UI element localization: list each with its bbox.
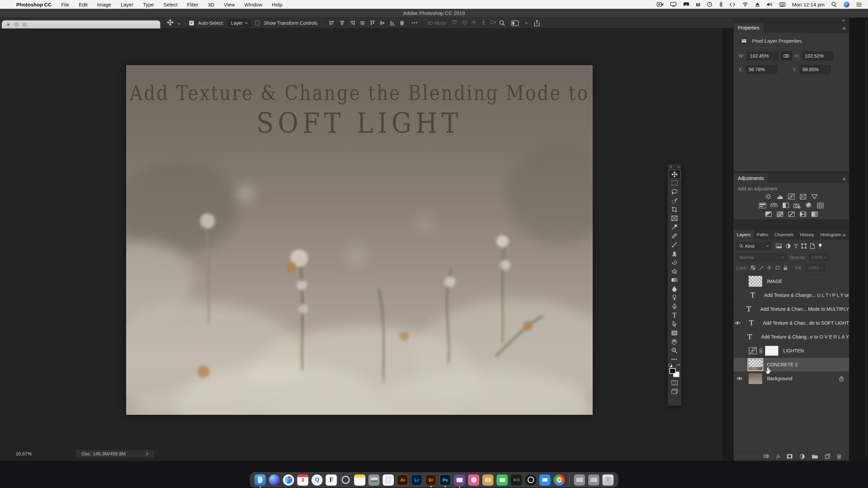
curves-adjustment-icon[interactable] bbox=[749, 347, 757, 354]
filter-pixel-layers-icon[interactable] bbox=[776, 244, 782, 248]
tool-spot-healing[interactable] bbox=[669, 231, 680, 240]
tool-crop[interactable] bbox=[669, 205, 680, 214]
tool-move[interactable] bbox=[669, 170, 680, 179]
siri-icon[interactable] bbox=[844, 2, 849, 7]
tools-expand-icon[interactable]: » bbox=[677, 165, 679, 169]
layer-thumbnail[interactable] bbox=[749, 373, 762, 384]
layer-style-fx-icon[interactable]: fx bbox=[776, 454, 780, 459]
menu-select[interactable]: Select bbox=[163, 2, 178, 7]
menu-app-name[interactable]: Photoshop CC bbox=[16, 2, 52, 7]
tool-eraser[interactable] bbox=[669, 267, 680, 276]
workspace-switcher-icon[interactable] bbox=[511, 20, 519, 26]
display-icon[interactable] bbox=[670, 2, 676, 7]
time-machine-icon[interactable] bbox=[707, 2, 712, 7]
tool-eyedropper[interactable] bbox=[669, 223, 680, 231]
dock-finder[interactable] bbox=[255, 474, 266, 486]
tool-quick-mask[interactable] bbox=[669, 378, 680, 387]
align-v-centers-icon[interactable] bbox=[380, 20, 385, 26]
foreground-background-swatches[interactable] bbox=[669, 368, 680, 378]
tool-rectangle[interactable] bbox=[669, 328, 680, 337]
height-field[interactable]: 102.52% bbox=[802, 52, 833, 60]
layer-name[interactable]: Add Texture & Chang...e to O V E R L A Y bbox=[761, 334, 849, 340]
lock-position-icon[interactable] bbox=[767, 265, 772, 270]
align-h-centers-icon[interactable] bbox=[339, 20, 345, 25]
tab-adjustments[interactable]: Adjustments bbox=[734, 174, 768, 183]
layer-row-image[interactable]: IMAGE bbox=[734, 274, 849, 288]
input-source-icon[interactable] bbox=[780, 2, 785, 7]
menu-help[interactable]: Help bbox=[272, 2, 282, 7]
default-colors-icon[interactable] bbox=[669, 364, 673, 367]
dock-illustrator[interactable]: Ai bbox=[397, 474, 408, 486]
lock-all-icon[interactable] bbox=[783, 265, 788, 270]
distribute-v-icon[interactable] bbox=[399, 20, 405, 26]
layer-row-text-overlay[interactable]: T Add Texture & Chang...e to O V E R L A… bbox=[734, 330, 849, 344]
exposure-icon[interactable] bbox=[799, 193, 807, 200]
layer-name[interactable]: Add Texture & Chan... Mode to MULTIPLY bbox=[761, 306, 849, 312]
dock-bridge[interactable]: Br bbox=[426, 474, 437, 486]
filter-smart-objects-icon[interactable] bbox=[810, 243, 815, 249]
malwarebytes-icon[interactable]: M bbox=[696, 2, 701, 7]
channel-mixer-icon[interactable] bbox=[805, 202, 813, 209]
spotlight-icon[interactable] bbox=[831, 2, 837, 7]
3d-roll-icon[interactable] bbox=[462, 20, 467, 26]
dock-camera-app[interactable] bbox=[525, 474, 536, 486]
tab-layers[interactable]: Layers bbox=[734, 230, 754, 240]
layer-thumbnail[interactable] bbox=[749, 276, 762, 287]
document-area[interactable]: Add Texture & Change the Blending Mode t… bbox=[0, 28, 723, 461]
photoshop-title-bar[interactable]: Adobe Photoshop CC 2019 bbox=[0, 9, 868, 18]
dock-photos[interactable] bbox=[369, 474, 380, 486]
menu-file[interactable]: File bbox=[61, 2, 69, 7]
dock-trash[interactable] bbox=[603, 474, 614, 486]
visibility-toggle[interactable] bbox=[734, 358, 745, 372]
dock-font-book[interactable]: F bbox=[326, 474, 337, 486]
visibility-toggle[interactable] bbox=[734, 274, 745, 288]
tab-histogram[interactable]: Histogram bbox=[817, 230, 844, 240]
dock-lightroom[interactable]: Lr bbox=[411, 474, 422, 486]
filter-adjustment-layers-icon[interactable] bbox=[785, 243, 791, 249]
tool-brush[interactable] bbox=[669, 240, 680, 249]
layer-row-text-multiply[interactable]: T Add Texture & Chan... Mode to MULTIPLY bbox=[734, 302, 849, 316]
photo-filter-icon[interactable] bbox=[793, 202, 801, 209]
tool-frame[interactable] bbox=[669, 214, 680, 223]
menu-clock[interactable]: Mon 12:14 pm bbox=[792, 2, 825, 7]
dock-calendar[interactable]: 3 bbox=[297, 474, 309, 486]
status-chevron-icon[interactable] bbox=[146, 452, 149, 456]
eye-icon[interactable] bbox=[734, 321, 741, 325]
curves-icon[interactable] bbox=[787, 193, 795, 200]
tool-history-brush[interactable] bbox=[669, 258, 680, 267]
tool-pen[interactable] bbox=[669, 302, 680, 311]
tab-history[interactable]: History bbox=[797, 230, 817, 240]
tab-paths[interactable]: Paths bbox=[754, 230, 772, 240]
3d-pan-icon[interactable] bbox=[471, 20, 477, 26]
dock-photoshop[interactable]: Ps bbox=[440, 474, 451, 486]
3d-slide-icon[interactable] bbox=[481, 20, 486, 26]
black-white-icon[interactable] bbox=[782, 202, 790, 209]
dock-facetime[interactable] bbox=[497, 474, 508, 486]
menu-image[interactable]: Image bbox=[97, 2, 111, 7]
layer-thumbnail-selected[interactable] bbox=[749, 359, 762, 370]
move-tool-option-icon[interactable] bbox=[167, 19, 174, 27]
layer-row-concrete-2[interactable]: CONCRETE 2 bbox=[734, 358, 849, 372]
align-top-edges-icon[interactable] bbox=[370, 20, 375, 26]
eject-icon[interactable] bbox=[755, 2, 760, 7]
layer-row-lighten[interactable]: LIGHTEN bbox=[734, 344, 849, 358]
show-transform-checkbox[interactable]: ✓ bbox=[255, 21, 260, 25]
3d-scale-icon[interactable] bbox=[490, 20, 496, 26]
screen-record-icon[interactable] bbox=[657, 2, 664, 7]
dock-pink-app[interactable] bbox=[468, 474, 479, 486]
dock-aperture[interactable] bbox=[340, 474, 351, 486]
new-adjustment-layer-icon[interactable] bbox=[800, 454, 805, 459]
vibrance-icon[interactable] bbox=[810, 193, 818, 200]
y-field[interactable]: 68.85% bbox=[800, 65, 831, 74]
invert-icon[interactable] bbox=[764, 210, 772, 218]
more-align-options[interactable]: ••• bbox=[411, 20, 418, 25]
dock-chrome[interactable] bbox=[554, 474, 565, 486]
layer-mask-thumbnail[interactable] bbox=[765, 346, 778, 356]
menu-layer[interactable]: Layer bbox=[121, 2, 134, 7]
tool-rectangular-marquee[interactable] bbox=[669, 179, 680, 187]
search-icon[interactable] bbox=[499, 20, 505, 26]
levels-icon[interactable] bbox=[776, 193, 784, 200]
menu-edit[interactable]: Edit bbox=[79, 2, 87, 7]
dock-preview-window[interactable] bbox=[588, 474, 599, 486]
dock-notes[interactable] bbox=[354, 474, 366, 486]
